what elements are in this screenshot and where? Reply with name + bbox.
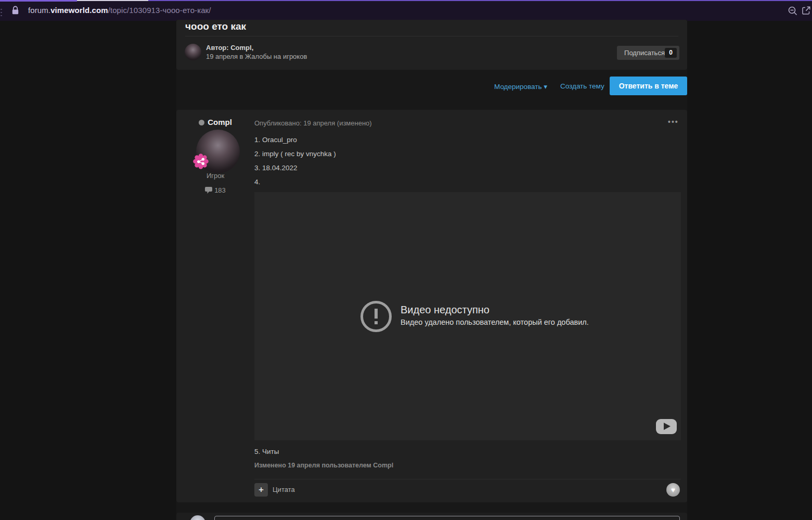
post-author-comment-count: 183 bbox=[176, 186, 254, 194]
send-icon[interactable] bbox=[802, 6, 811, 17]
browser-chrome: forum.vimeworld.com/topic/1030913-чооо-е… bbox=[0, 0, 812, 21]
topic-meta[interactable]: 19 апреля в Жалобы на игроков bbox=[206, 53, 307, 60]
page-title: чооо ето как bbox=[185, 21, 246, 32]
video-error-description: Видео удалено пользователем, который его… bbox=[401, 318, 589, 326]
url-path: /topic/1030913-чооо-ето-как/ bbox=[108, 6, 211, 15]
multiquote-button[interactable]: + bbox=[254, 483, 268, 497]
subscribe-button[interactable]: Подписаться 0 bbox=[617, 46, 679, 60]
play-icon bbox=[664, 423, 671, 430]
url-bar[interactable]: forum.vimeworld.com/topic/1030913-чооо-е… bbox=[28, 6, 211, 15]
video-error-title: Видео недоступно bbox=[401, 304, 489, 316]
screen: forum.vimeworld.com/topic/1030913-чооо-е… bbox=[0, 0, 812, 520]
post-body-line: 2. imply ( rec by vnychka ) bbox=[254, 150, 336, 158]
post-body-line: 5. Читы bbox=[254, 448, 279, 455]
moderate-menu[interactable]: Модерировать ▾ bbox=[494, 82, 547, 91]
post-footer-divider bbox=[254, 479, 681, 479]
video-embed[interactable]: Видео недоступно Видео удалено пользоват… bbox=[254, 192, 681, 440]
tab-strip-segment bbox=[77, 0, 148, 1]
subscribe-count-badge: 0 bbox=[665, 48, 677, 58]
youtube-logo-button[interactable] bbox=[656, 419, 677, 434]
reply-to-topic-button[interactable]: Ответить в теме bbox=[610, 77, 687, 95]
post-options-icon[interactable]: ••• bbox=[668, 118, 679, 126]
url-suffix: .com bbox=[89, 6, 108, 15]
post-body-line: 3. 18.04.2022 bbox=[254, 164, 298, 172]
topic-author-avatar[interactable] bbox=[185, 44, 201, 60]
comment-count-label: 183 bbox=[214, 186, 226, 194]
online-status-icon bbox=[199, 120, 204, 125]
create-topic-link[interactable]: Создать тему bbox=[560, 82, 604, 90]
window-top-border bbox=[148, 0, 812, 1]
comment-bubble-icon bbox=[205, 187, 212, 194]
header-divider bbox=[185, 36, 678, 36]
post-body-line: 1. Oracul_pro bbox=[254, 136, 297, 144]
heart-reaction-icon[interactable]: ♥ bbox=[666, 483, 680, 497]
post-edited-note: Изменено 19 апреля пользователем Compl bbox=[254, 462, 393, 469]
subscribe-label: Подписаться bbox=[624, 49, 665, 57]
active-tab-highlight bbox=[0, 0, 77, 2]
lock-icon[interactable] bbox=[11, 6, 19, 17]
url-domain: vimeworld bbox=[50, 6, 89, 15]
reply-input[interactable] bbox=[214, 516, 680, 520]
post-author-label: Compl bbox=[208, 118, 232, 126]
post-author-name[interactable]: Compl bbox=[176, 118, 254, 126]
post-author-role: Игрок bbox=[176, 172, 254, 180]
topic-header: чооо ето как Автор: Compl, 19 апреля в Ж… bbox=[176, 20, 687, 70]
post-body-line: 4. bbox=[254, 178, 260, 186]
zoom-out-icon[interactable] bbox=[788, 6, 798, 18]
video-unavailable-icon bbox=[360, 301, 392, 332]
drag-handle-icon bbox=[1, 7, 3, 18]
url-prefix: forum. bbox=[28, 6, 50, 15]
group-badge-flower-icon[interactable] bbox=[193, 154, 209, 171]
quote-link[interactable]: Цитата bbox=[273, 486, 295, 493]
topic-author-label[interactable]: Автор: Compl, bbox=[206, 44, 253, 52]
post-published-meta: Опубликовано: 19 апреля (изменено) bbox=[254, 119, 372, 127]
